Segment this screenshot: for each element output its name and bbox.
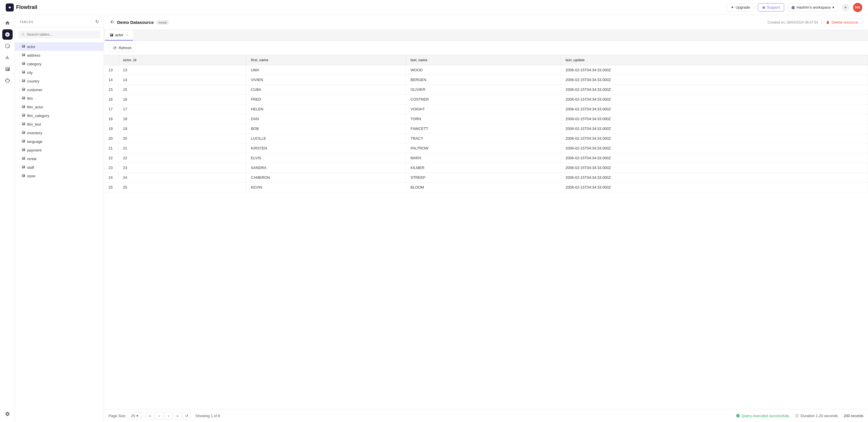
cell-last-update: 2006-02-15T04:34:33.000Z <box>561 163 868 173</box>
col-last-update[interactable]: last_update <box>561 55 868 65</box>
sidebar-item-charts[interactable] <box>2 52 12 63</box>
table-row: 21 21 KIRSTEN PALTROW 2006-02-15T04:34:3… <box>104 143 868 153</box>
cell-last-name: KILMER <box>406 163 561 173</box>
table-grid-icon <box>22 79 25 83</box>
sidebar-item-ai[interactable] <box>2 75 12 86</box>
sidebar-table-item-payment[interactable]: › payment <box>15 146 104 154</box>
table-row: 14 14 VIVIEN BERGEN 2006-02-15T04:34:33.… <box>104 75 868 85</box>
last-page-button[interactable]: » <box>174 412 182 420</box>
tab-actor[interactable]: actor × <box>105 30 133 40</box>
page-size-section: Page Size 25 ▾ <box>108 412 142 419</box>
search-input[interactable] <box>27 32 97 36</box>
table-name-label: language <box>27 139 100 144</box>
expand-icon: › <box>19 140 20 143</box>
row-number: 16 <box>104 94 118 104</box>
table-name-label: address <box>27 53 100 57</box>
tab-table-icon <box>110 33 113 37</box>
refresh-icon <box>113 46 117 50</box>
workspace-table-icon: ▦ <box>792 5 795 9</box>
cell-first-name: UMA <box>246 65 406 75</box>
col-first-name[interactable]: first_name <box>246 55 406 65</box>
cell-first-name: BOB <box>246 124 406 134</box>
cell-last-update: 2006-02-15T04:34:33.000Z <box>561 94 868 104</box>
footer-left: Page Size 25 ▾ « ‹ › » ↺ Showing 1 of 8 <box>108 412 220 420</box>
col-last-name[interactable]: last_name <box>406 55 561 65</box>
cell-first-name: FRED <box>246 94 406 104</box>
sidebar-table-item-city[interactable]: › city <box>15 68 104 77</box>
table-name-label: film <box>27 96 100 101</box>
first-page-button[interactable]: « <box>146 412 154 420</box>
cell-first-name: SANDRA <box>246 163 406 173</box>
sidebar-table-item-film_actor[interactable]: › film_actor <box>15 103 104 111</box>
table-row: 18 18 DAN TORN 2006-02-15T04:34:33.000Z <box>104 114 868 124</box>
query-success-badge: Query executed successfully <box>736 414 789 418</box>
cell-first-name: CUBA <box>246 85 406 94</box>
table-name-label: film_text <box>27 122 100 126</box>
sidebar-table-item-inventory[interactable]: › inventory <box>15 129 104 137</box>
sidebar-table-item-country[interactable]: › country <box>15 77 104 85</box>
sidebar-table-item-staff[interactable]: › staff <box>15 163 104 172</box>
sidebar-table-item-film_text[interactable]: › film_text <box>15 120 104 129</box>
tab-close-icon[interactable]: × <box>126 33 128 37</box>
cell-first-name: VIVIEN <box>246 75 406 85</box>
duration-badge: Duration 1.20 seconds <box>795 414 838 418</box>
sidebar-item-datasources[interactable] <box>2 41 12 51</box>
workspace-selector[interactable]: ▦ Hashim's workspace ▾ <box>787 3 838 11</box>
next-page-button[interactable]: › <box>164 412 173 420</box>
cell-last-name: STREEP <box>406 173 561 182</box>
expand-icon: › <box>19 80 20 83</box>
sidebar-table-item-customer[interactable]: › customer <box>15 85 104 94</box>
cell-first-name: DAN <box>246 114 406 124</box>
tables-header: TABLES ↻ <box>15 15 104 28</box>
refresh-button[interactable]: Refresh <box>108 44 136 52</box>
search-box <box>19 30 100 38</box>
navbar-brand: Flowtrail <box>6 3 37 11</box>
sidebar-table-item-rental[interactable]: › rental <box>15 154 104 163</box>
table-row: 13 13 UMA WOOD 2006-02-15T04:34:33.000Z <box>104 65 868 75</box>
tables-refresh-button[interactable]: ↻ <box>95 19 99 24</box>
sidebar-item-home[interactable] <box>2 18 12 28</box>
flowtrail-logo <box>6 3 14 11</box>
table-name-label: country <box>27 79 100 83</box>
back-button[interactable] <box>110 19 115 26</box>
cell-first-name: LUCILLE <box>246 134 406 143</box>
expand-icon: › <box>19 123 20 126</box>
avatar[interactable]: HA <box>853 3 862 12</box>
expand-icon: › <box>19 71 20 74</box>
support-button[interactable]: ◉ Support <box>758 3 784 11</box>
page-size-select[interactable]: 25 ▾ <box>128 412 141 419</box>
delete-resource-button[interactable]: Delete resource <box>822 18 862 26</box>
table-grid-icon <box>22 131 25 135</box>
sidebar-table-item-address[interactable]: › address <box>15 51 104 59</box>
sidebar-item-settings[interactable] <box>2 409 12 419</box>
table-grid-icon <box>22 148 25 152</box>
records-badge: 200 records <box>844 414 863 418</box>
cell-last-update: 2006-02-15T04:34:33.000Z <box>561 182 868 192</box>
sidebar-table-item-store[interactable]: › store <box>15 172 104 180</box>
sidebar-item-tables[interactable] <box>2 64 12 74</box>
check-circle-icon <box>736 414 740 418</box>
table-grid-icon <box>22 139 25 144</box>
reload-button[interactable]: ↺ <box>183 412 191 420</box>
table-row: 22 22 ELVIS MARX 2006-02-15T04:34:33.000… <box>104 153 868 163</box>
row-number: 15 <box>104 85 118 94</box>
upgrade-button[interactable]: ✦ Upgrade <box>726 3 754 11</box>
sidebar-table-item-film_category[interactable]: › film_category <box>15 111 104 120</box>
cell-last-update: 2006-02-15T04:34:33.000Z <box>561 173 868 182</box>
data-table: actor_id first_name last_name last_updat… <box>104 55 868 192</box>
sidebar-table-item-category[interactable]: › category <box>15 59 104 68</box>
table-name-label: staff <box>27 165 100 170</box>
cell-last-name: FAWCETT <box>406 124 561 134</box>
cell-last-name: VOIGHT <box>406 104 561 114</box>
sidebar-item-explore[interactable] <box>2 29 12 40</box>
sidebar-table-item-actor[interactable]: › actor <box>15 42 104 51</box>
sidebar-table-item-language[interactable]: › language <box>15 137 104 146</box>
col-row-num <box>104 55 118 65</box>
cell-actor-id: 16 <box>118 94 246 104</box>
expand-icon: › <box>19 149 20 152</box>
new-item-button[interactable]: + <box>842 3 849 11</box>
prev-page-button[interactable]: ‹ <box>155 412 163 420</box>
sidebar-table-item-film[interactable]: › film <box>15 94 104 103</box>
col-actor-id[interactable]: actor_id <box>118 55 246 65</box>
cell-actor-id: 20 <box>118 134 246 143</box>
